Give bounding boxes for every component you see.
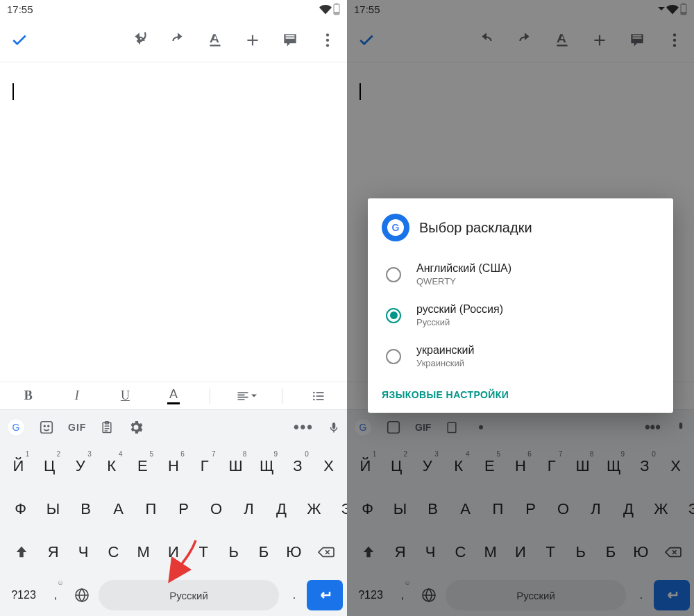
clipboard-icon[interactable] bbox=[100, 420, 114, 435]
svg-rect-1 bbox=[336, 3, 338, 5]
key-Щ[interactable]: 9Щ bbox=[252, 448, 281, 484]
svg-rect-9 bbox=[316, 395, 324, 397]
mic-icon[interactable] bbox=[328, 420, 340, 435]
key-К[interactable]: 4К bbox=[97, 448, 126, 484]
key-В[interactable]: В bbox=[71, 491, 101, 527]
layout-option[interactable]: Английский (США)QWERTY bbox=[382, 254, 659, 295]
keyboard-suggestion-bar: G GIF ••• bbox=[0, 409, 347, 444]
underline-button[interactable]: U bbox=[112, 384, 137, 409]
svg-point-6 bbox=[313, 391, 315, 393]
gif-button[interactable]: GIF bbox=[68, 422, 86, 433]
dialog-title: Выбор раскладки bbox=[419, 220, 532, 236]
key-П[interactable]: П bbox=[136, 491, 167, 527]
undo-button[interactable] bbox=[130, 31, 150, 50]
key-З[interactable]: 0З bbox=[283, 448, 312, 484]
option-subtitle: QWERTY bbox=[416, 276, 511, 286]
key-Е[interactable]: 5Е bbox=[128, 448, 157, 484]
key-Ю[interactable]: Ю bbox=[280, 534, 307, 570]
settings-icon[interactable] bbox=[128, 419, 144, 436]
format-toolbar: B I U A bbox=[0, 382, 347, 409]
svg-point-10 bbox=[313, 398, 315, 400]
key-Ь[interactable]: Ь bbox=[219, 534, 247, 570]
svg-rect-2 bbox=[334, 12, 339, 15]
key-Б[interactable]: Б bbox=[250, 534, 278, 570]
svg-rect-11 bbox=[316, 399, 324, 400]
status-time: 17:55 bbox=[7, 3, 33, 15]
wifi-icon bbox=[319, 3, 332, 15]
align-button[interactable] bbox=[234, 384, 259, 409]
svg-point-4 bbox=[326, 38, 329, 41]
status-icons bbox=[319, 3, 340, 15]
key-С[interactable]: С bbox=[99, 534, 127, 570]
key-Ц[interactable]: 2Ц bbox=[35, 448, 64, 484]
period-key[interactable]: . bbox=[282, 577, 307, 613]
svg-rect-12 bbox=[41, 421, 53, 433]
key-Ш[interactable]: 8Ш bbox=[221, 448, 251, 484]
add-button[interactable] bbox=[243, 31, 262, 50]
google-icon[interactable]: G bbox=[7, 418, 25, 436]
svg-point-3 bbox=[326, 33, 329, 36]
list-button[interactable] bbox=[306, 384, 331, 409]
bold-button[interactable]: B bbox=[16, 384, 41, 409]
document-area[interactable] bbox=[0, 62, 347, 382]
screen-left: 17:55 B I U A G bbox=[0, 0, 347, 616]
language-switch-key[interactable] bbox=[68, 577, 96, 613]
key-Я[interactable]: Я bbox=[40, 534, 67, 570]
redo-button[interactable] bbox=[168, 31, 187, 50]
sticker-icon[interactable] bbox=[39, 420, 54, 435]
language-settings-link[interactable]: ЯЗЫКОВЫЕ НАСТРОЙКИ bbox=[382, 389, 659, 400]
key-Р[interactable]: Р bbox=[169, 491, 199, 527]
key-Ж[interactable]: Ж bbox=[299, 491, 330, 527]
comment-button[interactable] bbox=[280, 31, 300, 50]
backspace-key[interactable] bbox=[310, 534, 342, 570]
svg-point-13 bbox=[44, 425, 45, 427]
radio-button[interactable] bbox=[386, 267, 401, 282]
italic-button[interactable]: I bbox=[65, 384, 90, 409]
key-Н[interactable]: 6Н bbox=[159, 448, 188, 484]
keyboard: 1Й2Ц3У4К5Е6Н7Г8Ш9Щ0ЗХ ФЫВАПРОЛДЖЭ ЯЧСМИТ… bbox=[0, 444, 347, 616]
separator bbox=[282, 388, 282, 404]
key-Ы[interactable]: Ы bbox=[38, 491, 69, 527]
symbols-key[interactable]: ?123 bbox=[4, 577, 43, 613]
key-А[interactable]: А bbox=[103, 491, 134, 527]
more-menu-button[interactable] bbox=[318, 31, 337, 50]
radio-button[interactable] bbox=[386, 308, 401, 323]
svg-point-14 bbox=[48, 425, 49, 427]
option-title: украинский bbox=[416, 344, 474, 357]
key-Д[interactable]: Д bbox=[266, 491, 297, 527]
comma-key[interactable]: ☺, bbox=[43, 577, 68, 613]
separator bbox=[210, 388, 210, 404]
key-Й[interactable]: 1Й bbox=[4, 448, 33, 484]
gboard-icon: G bbox=[382, 214, 409, 241]
key-Г[interactable]: 7Г bbox=[190, 448, 219, 484]
key-У[interactable]: 3У bbox=[66, 448, 95, 484]
spacebar-key[interactable]: Русский bbox=[99, 580, 279, 610]
shift-key[interactable] bbox=[6, 534, 37, 570]
svg-point-5 bbox=[326, 44, 329, 46]
key-И[interactable]: И bbox=[160, 534, 187, 570]
layout-option[interactable]: русский (Россия)Русский bbox=[382, 295, 659, 336]
svg-rect-7 bbox=[316, 392, 324, 393]
key-Э[interactable]: Э bbox=[332, 491, 348, 527]
option-subtitle: Русский bbox=[416, 317, 503, 327]
text-color-button[interactable]: A bbox=[161, 384, 186, 409]
screen-right: 17:55 B I U A G bbox=[347, 0, 694, 616]
layout-dialog: G Выбор раскладки Английский (США)QWERTY… bbox=[368, 198, 673, 413]
done-button[interactable] bbox=[10, 31, 29, 50]
key-Л[interactable]: Л bbox=[234, 491, 264, 527]
text-cursor bbox=[12, 83, 14, 100]
app-toolbar bbox=[0, 18, 347, 62]
key-Х[interactable]: Х bbox=[314, 448, 344, 484]
key-Т[interactable]: Т bbox=[189, 534, 217, 570]
text-format-button[interactable] bbox=[205, 31, 225, 50]
key-О[interactable]: О bbox=[201, 491, 232, 527]
enter-key[interactable] bbox=[307, 580, 343, 610]
key-М[interactable]: М bbox=[129, 534, 157, 570]
radio-button[interactable] bbox=[386, 349, 401, 364]
battery-icon bbox=[333, 3, 340, 15]
layout-option[interactable]: украинскийУкраинский bbox=[382, 336, 659, 377]
more-icon[interactable]: ••• bbox=[294, 418, 314, 436]
status-bar: 17:55 bbox=[0, 0, 347, 18]
key-Ф[interactable]: Ф bbox=[6, 491, 36, 527]
key-Ч[interactable]: Ч bbox=[69, 534, 97, 570]
